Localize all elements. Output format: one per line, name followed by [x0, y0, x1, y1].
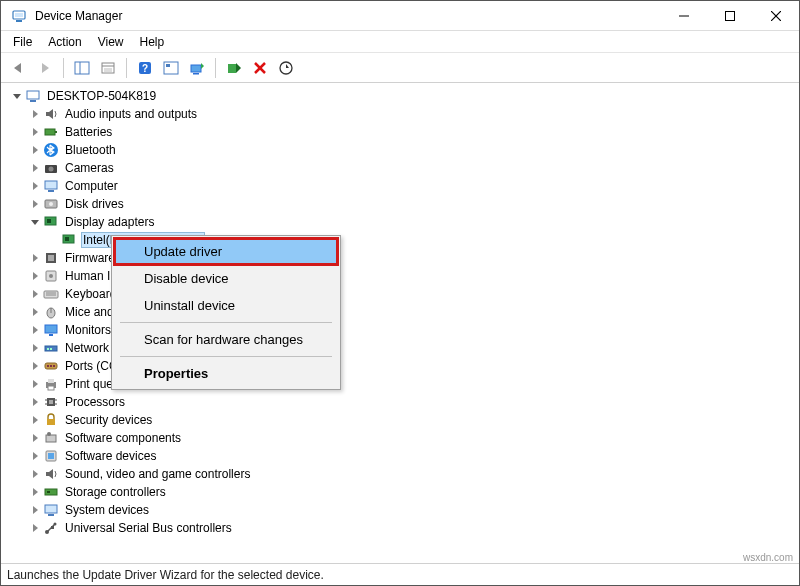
menu-view[interactable]: View — [90, 33, 132, 51]
close-button[interactable] — [753, 1, 799, 31]
update-driver-button[interactable] — [185, 56, 209, 80]
tree-item-label: Sound, video and game controllers — [63, 466, 252, 482]
svg-rect-88 — [47, 419, 55, 425]
tree-item-disk-drives[interactable]: Disk drives — [7, 195, 795, 213]
tree-item-security[interactable]: Security devices — [7, 411, 795, 429]
tree-item-bluetooth[interactable]: Bluetooth — [7, 141, 795, 159]
svg-point-73 — [47, 365, 49, 367]
chevron-right-icon[interactable] — [29, 414, 41, 426]
chevron-right-icon[interactable] — [29, 180, 41, 192]
menu-action[interactable]: Action — [40, 33, 89, 51]
chevron-right-icon[interactable] — [29, 342, 41, 354]
chevron-right-icon[interactable] — [29, 252, 41, 264]
maximize-button[interactable] — [707, 1, 753, 31]
chevron-right-icon[interactable] — [29, 324, 41, 336]
computer-icon — [25, 88, 41, 104]
chevron-right-icon[interactable] — [29, 306, 41, 318]
tree-item-label: Bluetooth — [63, 142, 118, 158]
svg-point-56 — [49, 274, 53, 278]
svg-rect-98 — [45, 489, 57, 495]
chevron-right-icon[interactable] — [29, 144, 41, 156]
chevron-right-icon[interactable] — [29, 162, 41, 174]
chevron-right-icon[interactable] — [29, 198, 41, 210]
svg-marker-37 — [33, 164, 38, 172]
svg-rect-1 — [15, 13, 23, 17]
chevron-down-icon[interactable] — [29, 216, 41, 228]
scan-hardware-button[interactable] — [274, 56, 298, 80]
show-hide-tree-button[interactable] — [70, 56, 94, 80]
tree-item-label: Monitors — [63, 322, 113, 338]
component-icon — [43, 430, 59, 446]
svg-marker-76 — [33, 380, 38, 388]
svg-rect-69 — [47, 348, 49, 350]
svg-rect-42 — [48, 190, 54, 192]
help-button[interactable]: ? — [133, 56, 157, 80]
tree-item-storage-controllers[interactable]: Storage controllers — [7, 483, 795, 501]
chevron-right-icon[interactable] — [29, 486, 41, 498]
printer-icon — [43, 376, 59, 392]
svg-marker-22 — [236, 63, 241, 73]
chevron-right-icon[interactable] — [29, 522, 41, 534]
properties-button[interactable] — [96, 56, 120, 80]
tree-item-software-devices[interactable]: Software devices — [7, 447, 795, 465]
tree-item-usb-controllers[interactable]: Universal Serial Bus controllers — [7, 519, 795, 537]
cpu-icon — [43, 394, 59, 410]
tree-item-system-devices[interactable]: System devices — [7, 501, 795, 519]
minimize-button[interactable] — [661, 1, 707, 31]
svg-rect-20 — [193, 73, 199, 75]
enable-device-button[interactable] — [222, 56, 246, 80]
tree-item-audio[interactable]: Audio inputs and outputs — [7, 105, 795, 123]
tree-item-software-components[interactable]: Software components — [7, 429, 795, 447]
tree-root-label: DESKTOP-504K819 — [45, 88, 158, 104]
tree-item-computer[interactable]: Computer — [7, 177, 795, 195]
monitor-icon — [43, 322, 59, 338]
toolbar-separator — [215, 58, 216, 78]
chevron-down-icon[interactable] — [11, 90, 23, 102]
chevron-right-icon[interactable] — [29, 468, 41, 480]
camera-icon — [43, 160, 59, 176]
tree-item-display-adapters[interactable]: Display adapters — [7, 213, 795, 231]
tree-item-processors[interactable]: Processors — [7, 393, 795, 411]
chevron-right-icon[interactable] — [29, 432, 41, 444]
chevron-right-icon[interactable] — [29, 360, 41, 372]
ctx-scan-hardware[interactable]: Scan for hardware changes — [114, 326, 338, 353]
tree-item-label: Software components — [63, 430, 183, 446]
menu-file[interactable]: File — [5, 33, 40, 51]
svg-marker-71 — [33, 362, 38, 370]
svg-point-39 — [49, 167, 54, 172]
chevron-right-icon[interactable] — [29, 450, 41, 462]
ctx-update-driver[interactable]: Update driver — [114, 238, 338, 265]
tree-item-cameras[interactable]: Cameras — [7, 159, 795, 177]
svg-rect-78 — [48, 379, 54, 383]
chevron-right-icon[interactable] — [29, 288, 41, 300]
back-button[interactable] — [7, 56, 31, 80]
chevron-right-icon[interactable] — [29, 378, 41, 390]
svg-marker-46 — [31, 220, 39, 225]
menu-help[interactable]: Help — [132, 33, 173, 51]
svg-rect-82 — [49, 400, 53, 404]
chevron-right-icon[interactable] — [29, 504, 41, 516]
ctx-uninstall-device[interactable]: Uninstall device — [114, 292, 338, 319]
svg-point-91 — [47, 432, 51, 436]
svg-marker-35 — [33, 146, 38, 154]
tree-item-label: Universal Serial Bus controllers — [63, 520, 234, 536]
chevron-right-icon[interactable] — [29, 108, 41, 120]
disable-device-button[interactable] — [248, 56, 272, 80]
action-button[interactable] — [159, 56, 183, 80]
forward-button[interactable] — [33, 56, 57, 80]
device-tree[interactable]: DESKTOP-504K819 Audio inputs and outputs… — [1, 83, 799, 563]
svg-marker-27 — [13, 94, 21, 99]
tree-item-sound-video-game[interactable]: Sound, video and game controllers — [7, 465, 795, 483]
chevron-right-icon[interactable] — [29, 126, 41, 138]
device-manager-window: Device Manager File Action View Help — [0, 0, 800, 586]
chevron-right-icon[interactable] — [29, 270, 41, 282]
svg-marker-92 — [33, 452, 38, 460]
svg-text:?: ? — [142, 63, 148, 74]
chevron-right-icon[interactable] — [29, 396, 41, 408]
tree-item-batteries[interactable]: Batteries — [7, 123, 795, 141]
tree-root[interactable]: DESKTOP-504K819 — [7, 87, 795, 105]
svg-rect-101 — [45, 505, 57, 513]
ctx-disable-device[interactable]: Disable device — [114, 265, 338, 292]
svg-rect-9 — [75, 62, 89, 74]
ctx-properties[interactable]: Properties — [114, 360, 338, 387]
